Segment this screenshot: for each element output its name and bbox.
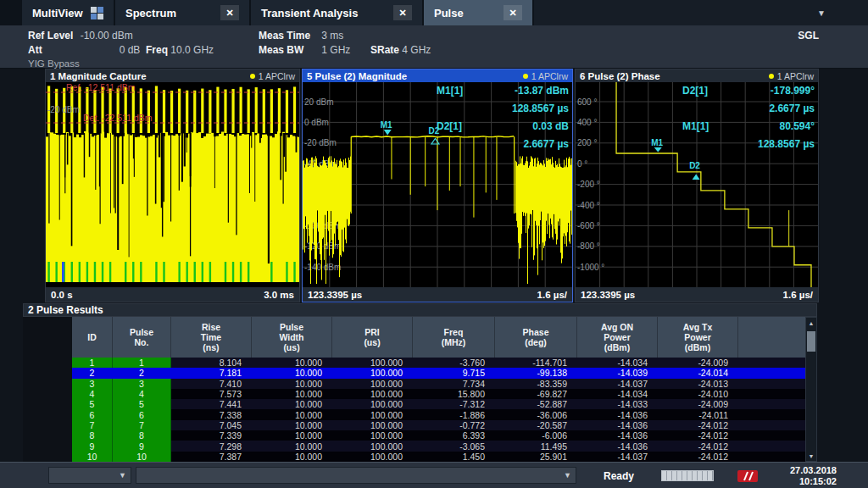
cell-pulse-no: 9 [113,441,171,451]
ref-level-field[interactable]: Ref Level -10.00 dBm [28,30,133,42]
cell-value: 7.573 [171,389,252,399]
cell-value: -7.312 [413,399,495,409]
cell-value: 7.441 [171,399,252,409]
panel-capture-footer: 0.0 s 3.0 ms [46,287,299,302]
status-dropdown-small[interactable]: ▼ [48,467,131,484]
magnitude-x-scale: 1.6 µs/ [537,290,567,300]
cell-value: -14.034 [577,389,658,399]
meas-bw-value: 1 GHz [321,44,350,56]
meas-time-field[interactable]: Meas Time 3 ms [259,30,343,42]
panel-capture-title: 1 Magnitude Capture [50,71,147,81]
magnitude-capture-chart[interactable]: Ref. -12.511 dBm-20 dBmDet. -22.511 dBm [46,82,299,287]
panel-capture-header[interactable]: 1 Magnitude Capture 1 APClrw [46,69,299,82]
results-scrollbar[interactable]: ▲ ▼ [805,317,817,462]
panel-phase-header[interactable]: 6 Pulse (2) Phase 1 APClrw [576,69,818,82]
marker-value: 2.6677 µs [494,137,569,151]
trace-badge: 1 APClrw [250,71,295,81]
cell-value: -6.006 [495,430,577,441]
svg-text:D2: D2 [689,161,700,170]
pulse-results-row[interactable]: 777.04510.000100.000-0.772-20.587-14.036… [72,420,805,430]
status-dropdown-wide[interactable]: ▼ [136,467,576,484]
srate-field[interactable]: SRate 4 GHz [370,44,431,56]
tab-bar: MultiViewSpectrum✕Transient Analysis✕Pul… [0,0,868,25]
marker-value: 0.03 dB [494,119,569,133]
close-icon[interactable]: ✕ [504,5,522,20]
cell-value: 100.000 [332,430,413,441]
freq-label: Freq [146,44,168,56]
column-header: Phase (deg) [495,317,577,358]
cell-value: -24.009 [658,358,738,368]
panel-magnitude-header[interactable]: 5 Pulse (2) Magnitude 1 APClrw [303,69,572,82]
close-icon[interactable]: ✕ [220,5,239,20]
srate-label: SRate [370,44,399,56]
pulse-results-row[interactable]: 887.33910.000100.0006.393-6.006-14.036-2… [72,430,805,441]
cell-value: 6.393 [413,430,495,441]
svg-text:-800 °: -800 ° [577,241,600,251]
rohde-schwarz-logo [737,469,758,486]
svg-text:Det. -22.511 dBm: Det. -22.511 dBm [83,113,153,123]
freq-field[interactable]: Freq 10.0 GHz [146,44,214,56]
trace-dot-icon [769,74,774,79]
results-table-header: IDPulse No.Rise Time (ns)Pulse Width (us… [72,317,805,358]
cell-value: 10.000 [252,420,332,430]
cell-value: -99.138 [495,368,577,378]
cell-id: 6 [72,409,113,419]
cell-value: 10.000 [252,409,332,419]
column-header: Freq (MHz) [413,317,495,358]
cell-value: -3.065 [413,441,495,451]
marker-readout-row: 2.6677 µs [494,137,569,151]
cell-value: 11.495 [495,441,577,451]
cell-value: 100.000 [332,368,413,378]
tab-overflow-button[interactable]: ▼ [817,0,826,25]
cell-filler [738,368,805,378]
panel-magnitude-body: 20 dBm0 dBm-20 dBm-40 dBm-60 dBm-80 dBm-… [303,82,572,287]
pulse-results-row[interactable]: 447.57310.000100.00015.800-69.827-14.034… [72,389,805,399]
marker-value: 128.8567 µs [740,137,815,151]
cell-id: 3 [72,379,113,389]
meas-bw-field[interactable]: Meas BW 1 GHz [259,44,350,56]
cell-value: -1.886 [413,409,495,419]
cell-filler [738,452,805,462]
tab-transient-analysis[interactable]: Transient Analysis✕ [251,0,424,25]
svg-text:0 dBm: 0 dBm [304,118,329,127]
pulse-results-row[interactable]: 997.29810.000100.000-3.06511.495-14.036-… [72,441,805,451]
pulse-results-row[interactable]: 118.10410.000100.000-3.760-114.701-14.03… [72,358,805,368]
scrollbar-thumb[interactable] [807,331,815,352]
tab-pulse[interactable]: Pulse✕ [424,0,534,25]
pulse-results-row[interactable]: 227.18110.000100.0009.715-99.138-14.039-… [72,368,805,378]
cell-value: -14.036 [577,430,658,441]
meas-time-label: Meas Time [259,30,319,42]
cell-value: -3.760 [413,358,495,368]
pulse-results-row[interactable]: 557.44110.000100.000-7.312-52.887-14.033… [72,399,805,409]
att-field[interactable]: Att 0 dB [28,44,140,56]
close-icon[interactable]: ✕ [393,5,412,20]
pulse-results-row[interactable]: 10107.38710.000100.0001.45025.901-14.037… [72,452,805,462]
marker-value: 128.8567 µs [494,102,569,115]
pulse-results-row[interactable]: 667.33810.000100.000-1.886-36.006-14.036… [72,409,805,419]
column-header-filler [738,317,805,358]
marker-readout-row: M1[1]80.594° [682,119,815,133]
tab-label: Transient Analysis [261,7,358,19]
cell-value: 10.000 [252,452,332,462]
pulse-results-title: 2 Pulse Results [23,303,817,317]
scroll-down-icon[interactable]: ▼ [806,451,816,461]
capture-x-start: 0.0 s [51,290,73,300]
pulse-results-title-text: 2 Pulse Results [28,304,103,316]
svg-text:200 °: 200 ° [577,138,597,147]
svg-text:600 °: 600 ° [577,97,597,107]
freq-value: 10.0 GHz [170,44,214,56]
date-time: 27.03.2018 10:15:02 [790,465,837,487]
tab-multiview[interactable]: MultiView [22,0,115,25]
ready-status: Ready [604,470,634,482]
marker-readout-row: M1[1]-13.87 dBm [437,84,569,97]
cell-value: 7.338 [171,409,252,419]
svg-text:-140 dBm: -140 dBm [304,263,341,272]
cell-value: 100.000 [332,399,413,409]
cell-value: -24.014 [658,368,738,378]
pulse-results-row[interactable]: 337.41010.000100.0007.734-83.359-14.037-… [72,379,805,389]
scroll-up-icon[interactable]: ▲ [806,318,816,328]
cell-value: 7.339 [171,430,252,441]
panel-phase-body: 600 °400 °200 °0 °-200 °-400 °-600 °-800… [576,82,818,287]
tab-spectrum[interactable]: Spectrum✕ [115,0,251,25]
cell-value: 100.000 [332,358,413,368]
